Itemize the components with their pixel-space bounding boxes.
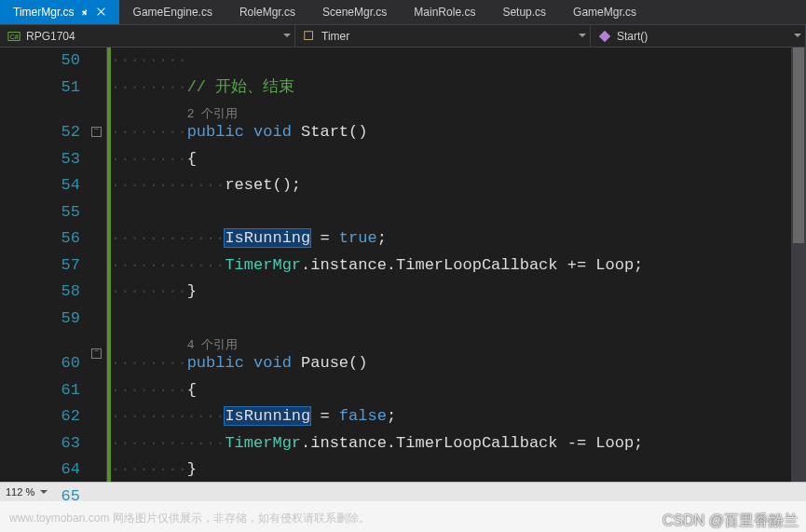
tab-timermgr[interactable]: TimerMgr.cs xyxy=(0,0,120,24)
footer-label: www.toymoban.com 网络图片仅供展示，非存储，如有侵权请联系删除。 xyxy=(9,511,370,526)
code-keyword: void xyxy=(253,354,292,372)
code-text: ; xyxy=(377,229,387,247)
line-number: 59 xyxy=(0,306,80,333)
code-brace: } xyxy=(187,460,197,478)
chevron-down-icon[interactable] xyxy=(794,34,801,37)
code-keyword: void xyxy=(253,123,292,141)
chevron-down-icon[interactable] xyxy=(579,34,586,37)
line-number: 52 xyxy=(0,119,80,146)
code-text: = xyxy=(310,229,339,247)
line-number: 56 xyxy=(0,225,80,252)
code-text: reset(); xyxy=(225,176,301,194)
tab-label: Setup.cs xyxy=(502,6,546,19)
code-identifier: Pause xyxy=(301,354,348,372)
code-text: () xyxy=(348,123,367,141)
vertical-scrollbar[interactable] xyxy=(791,48,806,482)
tab-label: MainRole.cs xyxy=(414,6,475,19)
code-type: TimerMgr xyxy=(225,256,301,274)
line-number: 58 xyxy=(0,279,80,306)
line-number: 61 xyxy=(0,377,80,404)
svg-rect-2 xyxy=(305,31,313,39)
line-number: 60 xyxy=(0,350,80,377)
line-number: 54 xyxy=(0,172,80,199)
svg-text:C#: C# xyxy=(10,33,19,39)
tab-setup[interactable]: Setup.cs xyxy=(489,0,560,24)
tab-label: SceneMgr.cs xyxy=(322,6,387,19)
method-icon xyxy=(598,30,611,43)
line-number: 51 xyxy=(0,75,80,102)
tab-scenemgr[interactable]: SceneMgr.cs xyxy=(309,0,401,24)
fold-toggle[interactable] xyxy=(91,127,102,137)
code-keyword: false xyxy=(339,407,387,425)
line-number xyxy=(0,332,80,350)
chevron-down-icon[interactable] xyxy=(283,34,291,37)
line-number xyxy=(0,101,80,119)
code-text: ; xyxy=(387,407,396,425)
line-number: 55 xyxy=(0,199,80,226)
csharp-project-icon: C# xyxy=(7,30,20,43)
code-text: .instance.TimerLoopCallback -= Loop; xyxy=(301,434,643,452)
code-highlight: IsRunning xyxy=(225,229,310,247)
tab-label: TimerMgr.cs xyxy=(13,6,75,19)
breadcrumb-member-label: Start() xyxy=(617,30,648,43)
close-icon[interactable] xyxy=(97,7,106,17)
tab-label: GameMgr.cs xyxy=(573,6,636,19)
tab-label: GameEngine.cs xyxy=(133,6,212,19)
breadcrumb-project[interactable]: C# RPG1704 xyxy=(0,25,295,47)
tab-rolemgr[interactable]: RoleMgr.cs xyxy=(226,0,309,24)
code-brace: } xyxy=(187,282,197,300)
svg-rect-3 xyxy=(599,30,610,41)
code-text: .instance.TimerLoopCallback += Loop; xyxy=(301,256,643,274)
class-icon xyxy=(303,30,316,43)
code-type: TimerMgr xyxy=(225,434,301,452)
fold-gutter xyxy=(86,48,107,482)
line-number: 64 xyxy=(0,457,80,484)
code-identifier: Start xyxy=(301,123,348,141)
line-number: 57 xyxy=(0,252,80,280)
tab-mainrole[interactable]: MainRole.cs xyxy=(401,0,489,24)
line-number-gutter: 50 51 52 53 54 55 56 57 58 59 60 61 62 6… xyxy=(0,48,86,482)
tab-gameengine[interactable]: GameEngine.cs xyxy=(120,0,226,24)
code-area[interactable]: ········ ········// 开始、结束 2 个引用 ········… xyxy=(111,48,791,482)
code-brace: { xyxy=(187,150,197,168)
tab-bar: TimerMgr.cs GameEngine.cs RoleMgr.cs Sce… xyxy=(0,0,806,25)
tab-label: RoleMgr.cs xyxy=(239,6,295,19)
pin-icon[interactable] xyxy=(80,7,89,17)
breadcrumb-class-label: Timer xyxy=(321,30,349,43)
breadcrumb-project-label: RPG1704 xyxy=(26,30,75,43)
code-text: () xyxy=(348,354,367,372)
breadcrumb-class[interactable]: Timer xyxy=(295,25,591,47)
code-keyword: true xyxy=(339,229,377,247)
code-brace: { xyxy=(187,381,197,399)
code-text: = xyxy=(310,407,339,425)
line-number: 53 xyxy=(0,146,80,173)
code-comment: // 开始、结束 xyxy=(187,78,295,96)
code-highlight: IsRunning xyxy=(225,407,310,425)
code-keyword: public xyxy=(187,354,244,372)
editor: 50 51 52 53 54 55 56 57 58 59 60 61 62 6… xyxy=(0,48,806,482)
tab-gamemgr[interactable]: GameMgr.cs xyxy=(560,0,650,24)
scrollbar-thumb[interactable] xyxy=(793,48,804,243)
line-number: 63 xyxy=(0,430,80,457)
line-number: 50 xyxy=(0,48,80,75)
line-number: 62 xyxy=(0,403,80,430)
code-keyword: public xyxy=(187,123,244,141)
watermark: CSDN @百里香酚兰 xyxy=(663,512,799,531)
footer-text: www.toymoban.com 网络图片仅供展示，非存储，如有侵权请联系删除。… xyxy=(0,501,806,532)
fold-toggle[interactable] xyxy=(91,348,102,359)
breadcrumb-bar: C# RPG1704 Timer Start() xyxy=(0,25,806,48)
breadcrumb-member[interactable]: Start() xyxy=(591,25,806,47)
